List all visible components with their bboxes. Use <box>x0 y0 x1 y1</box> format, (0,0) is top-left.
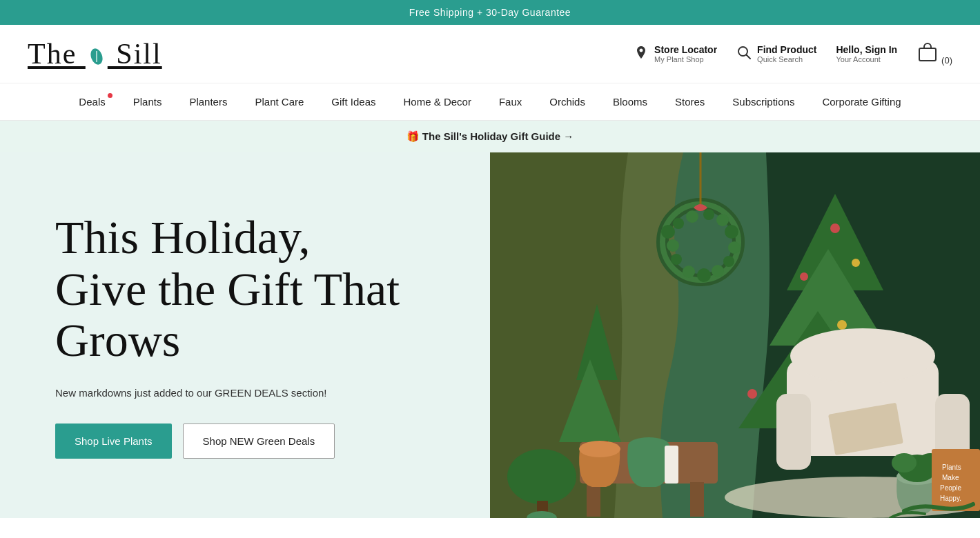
nav-item-corporate-gifting[interactable]: Corporate Gifting <box>808 83 914 120</box>
top-banner: Free Shipping + 30-Day Guarantee <box>0 0 980 25</box>
nav-item-plants[interactable]: Plants <box>119 83 176 120</box>
svg-text:Plants: Plants <box>942 464 961 471</box>
store-locator-button[interactable]: Store Locator My Plant Shop <box>634 44 717 63</box>
hero-subtitle: New markdowns just added to our GREEN DE… <box>55 387 435 399</box>
svg-rect-49 <box>665 446 678 484</box>
main-nav: Deals Plants Planters Plant Care Gift Id… <box>0 83 980 121</box>
svg-rect-46 <box>690 482 704 517</box>
svg-line-3 <box>747 54 751 59</box>
hero-content: This Holiday, Give the Gift That Grows N… <box>0 152 490 518</box>
hero-section: This Holiday, Give the Gift That Grows N… <box>0 152 980 518</box>
cart-button[interactable]: (0) <box>917 41 952 66</box>
store-locator-sublabel: My Plant Shop <box>654 55 717 63</box>
svg-point-57 <box>892 453 917 472</box>
hero-image: Plants Make People Happy. <box>490 152 980 518</box>
svg-rect-40 <box>776 394 811 470</box>
deals-dot <box>108 93 112 98</box>
nav-item-plant-care[interactable]: Plant Care <box>241 83 317 120</box>
find-product-label: Find Product <box>757 44 816 55</box>
holiday-banner-emoji: 🎁 <box>406 130 422 142</box>
svg-point-12 <box>697 268 711 282</box>
nav-item-faux[interactable]: Faux <box>485 83 536 120</box>
hero-scene-svg: Plants Make People Happy. <box>490 152 980 518</box>
hero-scene: Plants Make People Happy. <box>490 152 980 518</box>
svg-text:Make: Make <box>942 474 959 481</box>
hero-buttons: Shop Live Plants Shop NEW Green Deals <box>55 424 435 459</box>
svg-point-8 <box>661 225 675 239</box>
site-logo[interactable]: The Sill <box>28 37 162 70</box>
nav-item-planters[interactable]: Planters <box>175 83 241 120</box>
svg-rect-45 <box>587 482 600 517</box>
find-product-sublabel: Quick Search <box>757 55 816 63</box>
holiday-gift-guide-banner[interactable]: 🎁 The Sill's Holiday Gift Guide → <box>0 121 980 152</box>
account-text: Hello, Sign In Your Account <box>836 44 897 63</box>
svg-point-13 <box>712 265 724 277</box>
account-button[interactable]: Hello, Sign In Your Account <box>836 44 897 63</box>
banner-text: Free Shipping + 30-Day Guarantee <box>409 7 571 18</box>
location-icon <box>634 45 649 63</box>
svg-point-16 <box>725 225 738 239</box>
hero-title: This Holiday, Give the Gift That Grows <box>55 212 435 366</box>
header-actions: Store Locator My Plant Shop Find Product… <box>634 41 952 66</box>
nav-item-orchids[interactable]: Orchids <box>536 83 599 120</box>
svg-point-26 <box>830 223 840 233</box>
svg-point-11 <box>683 266 695 278</box>
svg-text:People: People <box>940 484 962 492</box>
search-icon <box>736 45 752 63</box>
svg-point-20 <box>673 218 684 229</box>
account-sublabel: Your Account <box>836 55 897 63</box>
shop-green-deals-button[interactable]: Shop NEW Green Deals <box>183 424 335 459</box>
cart-count: (0) <box>941 55 952 66</box>
svg-point-42 <box>790 328 935 383</box>
shop-live-plants-button[interactable]: Shop Live Plants <box>55 424 172 459</box>
svg-point-17 <box>716 214 729 226</box>
svg-point-28 <box>800 272 808 281</box>
nav-item-blooms[interactable]: Blooms <box>599 83 661 120</box>
svg-point-14 <box>723 256 734 267</box>
nav-item-gift-ideas[interactable]: Gift Ideas <box>317 83 389 120</box>
logo-leaf-icon <box>87 47 106 66</box>
nav-item-home-decor[interactable]: Home & Decor <box>390 83 485 120</box>
svg-point-19 <box>686 210 698 223</box>
nav-item-deals[interactable]: Deals <box>65 83 119 120</box>
svg-point-18 <box>703 209 714 220</box>
logo-text: The Sill <box>28 38 162 70</box>
header: The Sill Store Locator My Plant Shop <box>0 25 980 83</box>
svg-point-9 <box>667 239 679 252</box>
account-label: Hello, Sign In <box>836 44 897 55</box>
svg-point-32 <box>747 389 757 399</box>
holiday-gift-guide-link[interactable]: The Sill's Holiday Gift Guide → <box>422 130 574 142</box>
svg-point-10 <box>671 254 682 265</box>
find-product-text: Find Product Quick Search <box>757 44 816 63</box>
svg-point-64 <box>507 449 576 504</box>
svg-point-15 <box>728 241 741 254</box>
cart-icon <box>917 41 939 63</box>
svg-rect-4 <box>919 48 936 61</box>
nav-item-stores[interactable]: Stores <box>661 83 718 120</box>
store-locator-text: Store Locator My Plant Shop <box>654 44 717 63</box>
store-locator-label: Store Locator <box>654 44 717 55</box>
svg-text:Happy.: Happy. <box>940 495 961 502</box>
svg-point-29 <box>837 320 847 330</box>
find-product-button[interactable]: Find Product Quick Search <box>736 44 816 63</box>
nav-item-subscriptions[interactable]: Subscriptions <box>718 83 808 120</box>
svg-point-48 <box>579 441 620 457</box>
svg-point-27 <box>852 259 860 267</box>
